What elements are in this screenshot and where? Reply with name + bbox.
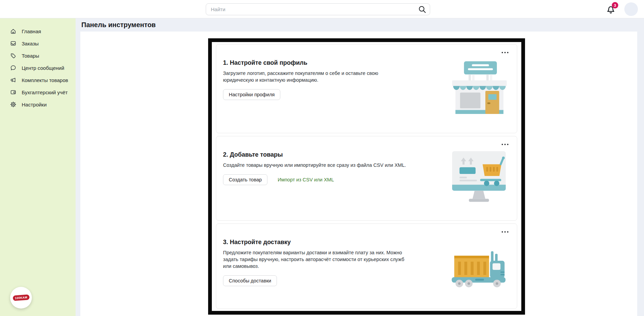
sidebar-item-products[interactable]: Товары bbox=[0, 50, 76, 62]
import-csv-xml-link[interactable]: Импорт из CSV или XML bbox=[278, 177, 334, 182]
seller-dashboard: 3 Главная Заказы bbox=[0, 0, 644, 316]
create-product-button[interactable]: Создать товар bbox=[223, 174, 267, 185]
topbar: 3 bbox=[0, 0, 644, 18]
sidebar-item-accounting[interactable]: Бухгалтерский учёт bbox=[0, 86, 76, 98]
sidebar-item-label: Главная bbox=[22, 28, 41, 34]
storefront-illustration bbox=[451, 59, 507, 115]
sidebar-item-home[interactable]: Главная bbox=[0, 25, 76, 37]
sidebar-item-orders[interactable]: Заказы bbox=[0, 37, 76, 50]
sidebar-item-message-center[interactable]: Центр сообщений bbox=[0, 62, 76, 74]
onboarding-card-products: 2. Добавьте товары Создайте товары вручн… bbox=[216, 136, 517, 221]
sidebar-item-label: Товары bbox=[22, 53, 39, 59]
megaphone-icon bbox=[10, 77, 17, 83]
sidebar-item-label: Заказы bbox=[22, 41, 39, 46]
home-icon bbox=[10, 28, 17, 35]
support-chat-widget[interactable]: 100KAM bbox=[10, 287, 32, 309]
search-input[interactable] bbox=[206, 3, 430, 15]
sidebar-item-label: Центр сообщений bbox=[22, 65, 64, 71]
profile-settings-button[interactable]: Настройки профиля bbox=[223, 89, 280, 100]
tag-icon bbox=[10, 52, 17, 59]
wallet-icon bbox=[10, 89, 17, 96]
delivery-truck-illustration bbox=[450, 250, 507, 291]
card-description: Загрузите логотип, расскажите покупателя… bbox=[223, 70, 404, 83]
monitor-cart-illustration bbox=[450, 149, 507, 205]
sidebar-item-label: Бухгалтерский учёт bbox=[22, 90, 68, 95]
card-menu-icon[interactable] bbox=[500, 142, 510, 146]
support-widget-logo: 100KAM bbox=[13, 294, 29, 301]
onboarding-card-profile: 1. Настройте свой профиль Загрузите лого… bbox=[216, 44, 517, 133]
card-menu-icon[interactable] bbox=[500, 230, 510, 234]
card-title: 2. Добавьте товары bbox=[223, 151, 413, 158]
onboarding-highlight-box: 1. Настройте свой профиль Загрузите лого… bbox=[208, 38, 525, 315]
card-title: 1. Настройте свой профиль bbox=[223, 59, 413, 66]
onboarding-card-delivery: 3. Настройте доставку Предложите покупат… bbox=[216, 223, 517, 309]
card-title: 3. Настройте доставку bbox=[223, 239, 413, 246]
main-content: Панель инструментов 1. Настройте свой пр… bbox=[76, 18, 644, 316]
sidebar-item-settings[interactable]: Настройки bbox=[0, 98, 76, 111]
orders-icon bbox=[10, 40, 17, 47]
card-description: Предложите покупателям варианты доставки… bbox=[223, 249, 413, 270]
card-description: Создайте товары вручную или импортируйте… bbox=[223, 162, 413, 169]
card-menu-icon[interactable] bbox=[500, 51, 510, 55]
content-panel: 1. Настройте свой профиль Загрузите лого… bbox=[80, 32, 637, 316]
gear-icon bbox=[10, 101, 17, 108]
sidebar-item-product-bundles[interactable]: Комплекты товаров bbox=[0, 74, 76, 86]
sidebar: Главная Заказы Товары bbox=[0, 18, 76, 316]
search-bar bbox=[206, 3, 430, 15]
notification-count-badge: 3 bbox=[612, 2, 618, 8]
sidebar-item-label: Настройки bbox=[22, 102, 47, 107]
sidebar-menu: Главная Заказы Товары bbox=[0, 18, 76, 111]
notifications-bell[interactable]: 3 bbox=[605, 4, 616, 15]
chat-icon bbox=[10, 64, 17, 71]
page-title: Панель инструментов bbox=[81, 21, 156, 29]
delivery-methods-button[interactable]: Способы доставки bbox=[223, 275, 277, 286]
user-avatar[interactable] bbox=[624, 2, 638, 16]
search-icon[interactable] bbox=[418, 5, 427, 14]
sidebar-item-label: Комплекты товаров bbox=[22, 77, 68, 83]
